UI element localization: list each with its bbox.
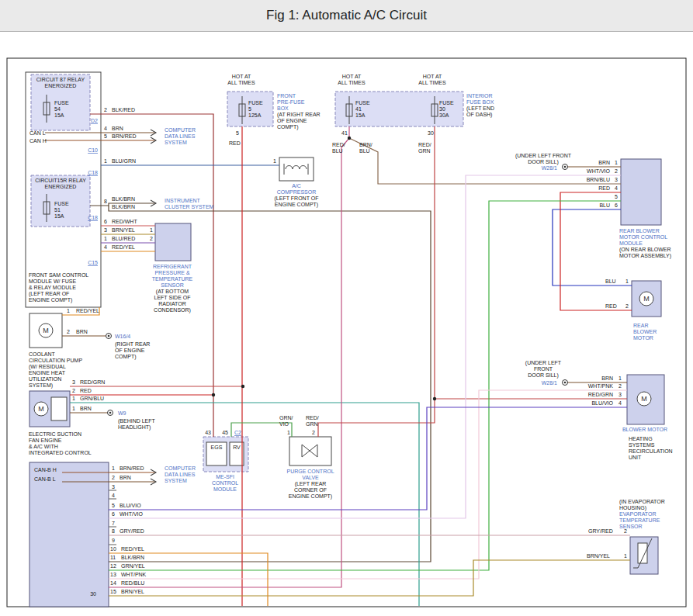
- reference-label: PRESSURE &: [154, 270, 189, 275]
- label: 4: [112, 493, 115, 498]
- label: BLU/VIO: [591, 400, 613, 406]
- label: INTEGRATED CONTROL: [29, 450, 92, 455]
- label: 5: [615, 194, 618, 199]
- label: (RIGHT REAR: [115, 341, 150, 348]
- label: RED: [229, 140, 241, 146]
- reference-label: SENSOR: [161, 282, 184, 288]
- reference-label: TEMPERATURE: [619, 517, 660, 523]
- label: CAN L: [29, 130, 46, 136]
- label: HOT AT: [232, 74, 251, 79]
- label: OF ENGINE: [277, 118, 307, 123]
- label: 1: [72, 396, 75, 401]
- reference-label: C2: [234, 430, 241, 435]
- reference-label: TEMPERATURE: [152, 276, 193, 282]
- label: COMPT): [115, 354, 137, 360]
- label: BRN: [80, 406, 92, 411]
- label: 5: [248, 106, 251, 112]
- label: BLU/VIO: [120, 503, 141, 508]
- reference-label: PURGE CONTROL: [286, 469, 334, 474]
- label: EGS: [211, 445, 223, 450]
- label: ENGINE HEAT: [29, 370, 66, 375]
- label: 2: [104, 107, 107, 112]
- label: 12: [110, 563, 116, 569]
- label: 4: [615, 185, 618, 191]
- label: WHT/VIO: [587, 168, 610, 174]
- label: 30: [90, 591, 96, 597]
- ground-icon: [108, 335, 110, 337]
- rear-blower-control-box: [621, 159, 661, 225]
- reference-label: REFRIGERANT: [153, 264, 192, 269]
- label: HEATING: [629, 436, 653, 441]
- label: CONDENSOR): [154, 307, 191, 313]
- label: 1: [67, 308, 70, 313]
- reference-label: INSTRUMENT: [165, 198, 201, 203]
- label: 45: [222, 430, 228, 435]
- label: 1: [112, 465, 115, 471]
- reference-label: C10: [88, 147, 98, 153]
- label: 1: [104, 158, 107, 164]
- label: CORNER OF: [294, 487, 327, 493]
- label: RED/: [418, 142, 431, 147]
- label: GRN/BLU: [80, 396, 104, 401]
- label: SYSTEMS: [629, 442, 655, 448]
- ground-icon: [564, 166, 567, 168]
- wiring-diagram: MMMMHOT ATALL TIMESHOT ATALL TIMESHOT AT…: [0, 0, 693, 616]
- label: OF DASH): [466, 112, 492, 118]
- label: 6: [112, 511, 115, 517]
- label: BRN: [76, 329, 88, 334]
- label: ENGINE COMPT): [289, 493, 332, 500]
- label: 51: [54, 207, 61, 213]
- label: 1: [615, 160, 618, 165]
- label: UTILIZATION: [29, 376, 61, 382]
- label: (LEFT REAR: [295, 481, 327, 487]
- label: BRN/YEL: [121, 589, 144, 594]
- label: RED/BLU: [121, 580, 144, 586]
- reference-label: SYSTEM: [165, 478, 187, 483]
- label: BRN/YEL: [587, 553, 610, 559]
- label: 2: [67, 329, 70, 334]
- reference-label: W28/1: [542, 380, 557, 386]
- label: BRN/RED: [120, 465, 144, 471]
- label: COOLANT: [29, 351, 56, 357]
- reference-label: ME-SFI: [216, 474, 234, 479]
- label: 30: [439, 106, 445, 112]
- label: RED/GRN: [80, 379, 105, 385]
- reference-label: W16/4: [115, 334, 130, 339]
- label: HEADLIGHT): [118, 424, 151, 431]
- label: ALL TIMES: [418, 80, 446, 85]
- label: HOT AT: [423, 74, 442, 79]
- label: (ON REAR BLOWER: [619, 247, 671, 253]
- motor-icon: M: [43, 327, 49, 334]
- ground-icon: [564, 382, 567, 384]
- label: 1: [625, 279, 629, 284]
- label: 1: [104, 236, 107, 241]
- label: 1: [619, 375, 622, 381]
- label: BRN/: [359, 142, 372, 147]
- label: BLK/RED: [112, 107, 135, 112]
- reference-label: MOTOR CONTROL: [619, 234, 667, 240]
- label: VIO: [279, 421, 289, 427]
- label: (UNDER LEFT FRONT: [515, 153, 572, 159]
- reference-label: CONTROL: [212, 480, 238, 486]
- label: GRY/RED: [120, 528, 144, 534]
- suction-fan-inner-box: [51, 397, 67, 420]
- label: 2: [624, 528, 627, 534]
- label: 2: [150, 236, 153, 241]
- label: RED: [605, 303, 617, 309]
- reference-label: MODULE: [619, 241, 643, 246]
- label: RADIATOR: [158, 301, 186, 306]
- label: 14: [110, 580, 116, 586]
- label: 5: [104, 133, 107, 139]
- label: BLK/BRN: [121, 555, 144, 560]
- reference-label: SYSTEM: [165, 140, 187, 145]
- ground-icon: [109, 412, 112, 414]
- reference-label: COMPUTER: [165, 127, 196, 133]
- label: SYSTEM): [29, 382, 53, 389]
- page: { "header": { "title": "Fig 1: Automatic…: [0, 0, 693, 616]
- label: ALL TIMES: [338, 80, 366, 85]
- label: (AT BOTTOM: [156, 289, 189, 295]
- label: (UNDER LEFT: [525, 360, 562, 366]
- label: CIRCULATION PUMP: [29, 358, 82, 363]
- reference-label: A/C: [292, 183, 301, 189]
- label: 8: [104, 199, 107, 204]
